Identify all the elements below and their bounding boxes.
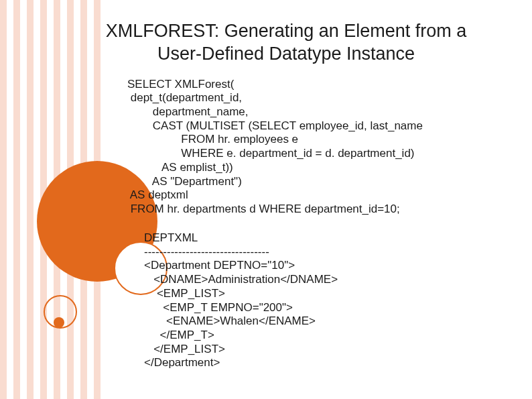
slide-title: XMLFOREST: Generating an Element from a … (87, 20, 485, 66)
output-block: DEPTXML --------------------------------… (144, 231, 532, 370)
slide-content: XMLFOREST: Generating an Element from a … (0, 0, 532, 370)
sql-code-block: SELECT XMLForest( dept_t(department_id, … (127, 78, 532, 217)
